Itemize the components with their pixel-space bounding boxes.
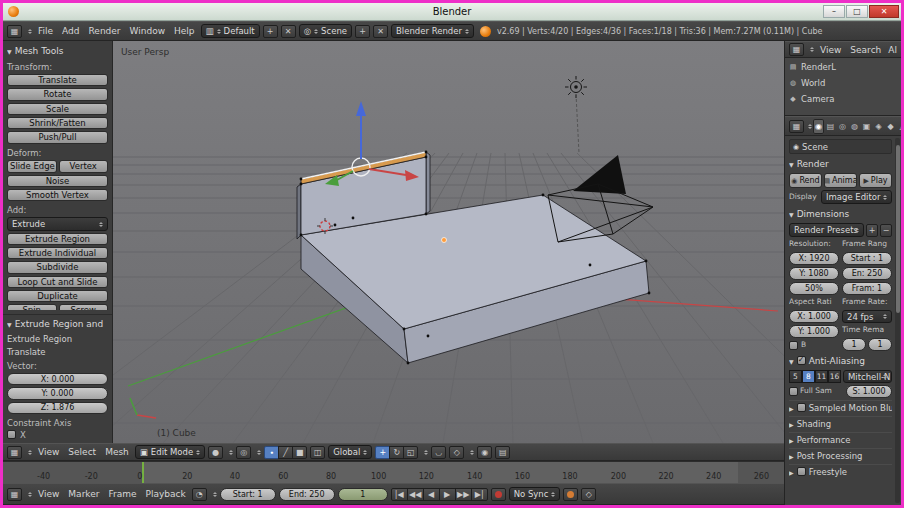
outliner-item-label[interactable]: RenderL [801, 62, 836, 72]
noise-button[interactable]: Noise [7, 175, 108, 187]
vector-y-field[interactable]: Y: 0.000 [7, 387, 108, 399]
expand-icon[interactable] [789, 419, 794, 429]
add-layout-button[interactable]: + [263, 25, 278, 38]
extrude-region-button[interactable]: Extrude Region [7, 233, 108, 245]
menu-window[interactable]: Window [127, 26, 169, 36]
play-icon[interactable]: ▶ [439, 488, 456, 501]
opengl-render-anim-icon[interactable]: ▤ [495, 446, 510, 459]
extrude-menu[interactable]: Extrude [7, 217, 108, 230]
aa-samples-8-button[interactable]: 8 [802, 370, 815, 383]
subdivide-button[interactable]: Subdivide [7, 261, 108, 273]
expand-icon[interactable] [789, 467, 794, 477]
menu-file[interactable]: File [35, 26, 56, 36]
snap-magnet-icon[interactable]: ◡ [431, 446, 446, 459]
panel-performance[interactable]: Performance [789, 432, 892, 446]
editor-type-icon[interactable]: ▦ [7, 25, 22, 38]
display-mode-selector[interactable]: Image Editor [821, 190, 892, 204]
pivot-center-icon[interactable]: ◎ [236, 446, 251, 459]
mode-selector[interactable]: ▣ Edit Mode [135, 445, 205, 459]
editor-type-icon[interactable]: ▦ [789, 43, 804, 56]
editor-type-icon[interactable]: ▦ [789, 120, 804, 133]
screen-layout-selector[interactable]: ▥ Default [201, 24, 260, 38]
menu-view[interactable]: View [817, 45, 844, 55]
tab-constraints[interactable]: ◈ [873, 119, 884, 134]
expand-icon[interactable] [789, 403, 794, 413]
panel-sampled-motion-blur[interactable]: Sampled Motion Blur [789, 400, 892, 414]
close-button[interactable]: ✕ [869, 5, 899, 18]
operator-panel-collapse-icon[interactable] [7, 319, 12, 329]
tool-shelf-panel-title[interactable]: Mesh Tools [15, 46, 64, 56]
menu-search[interactable]: Search [847, 45, 884, 55]
minimize-button[interactable]: – [823, 5, 845, 18]
dimensions-panel-collapse-icon[interactable] [789, 209, 794, 219]
tab-object[interactable]: ▣ [861, 119, 872, 134]
shading-dropdown-icon[interactable] [229, 448, 233, 457]
3d-viewport[interactable]: User Persp (1) Cube [113, 41, 784, 443]
remap-new-field[interactable]: 1 [868, 338, 892, 351]
editor-type-dropdown-icon[interactable] [28, 27, 32, 36]
properties-scrollbar[interactable] [895, 138, 900, 503]
occlude-geometry-icon[interactable]: ◫ [310, 446, 325, 459]
menu-render[interactable]: Render [86, 26, 124, 36]
menu-select[interactable]: Select [65, 447, 99, 457]
antialiasing-panel-collapse-icon[interactable] [789, 356, 794, 366]
tab-world[interactable]: ◍ [849, 119, 860, 134]
motion-blur-checkbox[interactable] [797, 403, 806, 412]
manipulator-axis-dropdown-icon[interactable] [424, 448, 428, 457]
delete-layout-button[interactable]: ✕ [281, 25, 296, 38]
aa-samples-11-button[interactable]: 11 [815, 370, 828, 383]
menu-add[interactable]: Add [59, 26, 82, 36]
viewport-shading-icon[interactable]: ● [208, 446, 223, 459]
frame-start-field[interactable]: Start : 1 [842, 252, 892, 265]
editor-type-icon[interactable]: ▦ [7, 446, 22, 459]
editor-type-dropdown-icon[interactable] [808, 122, 812, 131]
menu-view[interactable]: View [35, 489, 62, 499]
editor-type-dropdown-icon[interactable] [28, 448, 32, 457]
menu-view[interactable]: View [35, 447, 62, 457]
current-frame-line[interactable] [142, 462, 144, 483]
expand-icon[interactable] [789, 451, 794, 461]
push-pull-button[interactable]: Push/Pull [7, 131, 108, 143]
play-rendered-button[interactable]: ▶Play [859, 173, 892, 188]
remap-old-field[interactable]: 1 [842, 338, 866, 351]
tab-scene[interactable]: ◎ [837, 119, 848, 134]
jump-to-start-icon[interactable]: |◀ [391, 488, 408, 501]
freestyle-checkbox[interactable] [797, 467, 806, 476]
outliner-item-world[interactable]: ◍ World [788, 75, 898, 91]
outliner-item-label[interactable]: Camera [801, 94, 834, 104]
outliner-item-renderlayers[interactable]: ▤ RenderL [788, 59, 898, 75]
outliner-item-label[interactable]: World [801, 78, 825, 88]
edge-select-icon[interactable]: ╱ [278, 446, 293, 459]
panel-collapse-icon[interactable] [7, 46, 12, 56]
add-preset-button[interactable]: + [866, 224, 878, 237]
smooth-vertex-button[interactable]: Smooth Vertex [7, 189, 108, 201]
operator-panel-title[interactable]: Extrude Region and [15, 319, 104, 329]
render-engine-selector[interactable]: Blender Render [391, 24, 474, 38]
tab-render-layers[interactable]: ▤ [825, 119, 836, 134]
rotate-manipulator-icon[interactable]: ↻ [389, 446, 404, 459]
scrollbar-thumb[interactable] [896, 145, 900, 313]
frame-end-field[interactable]: En: 250 [842, 267, 892, 280]
tab-render[interactable]: ◉ [813, 119, 824, 134]
border-checkbox[interactable] [789, 341, 798, 350]
dimensions-panel-title[interactable]: Dimensions [797, 209, 850, 219]
scene-value[interactable]: Scene [321, 26, 347, 36]
scale-button[interactable]: Scale [7, 103, 108, 115]
full-sample-checkbox[interactable] [789, 387, 798, 396]
extrude-individual-button[interactable]: Extrude Individual [7, 247, 108, 259]
menu-marker[interactable]: Marker [65, 489, 102, 499]
resolution-x-field[interactable]: X: 1920 [789, 252, 839, 265]
current-frame-field[interactable]: 1 [338, 488, 388, 501]
next-keyframe-icon[interactable]: ▶▶ [455, 488, 472, 501]
rotate-button[interactable]: Rotate [7, 88, 108, 100]
transform-orientation-selector[interactable]: Global [328, 445, 372, 459]
expand-icon[interactable] [789, 435, 794, 445]
display-mode-clipped[interactable]: Al [887, 45, 898, 55]
aa-filter-size-field[interactable]: S: 1.000 [846, 385, 892, 398]
record-icon[interactable] [491, 488, 506, 501]
clock-icon[interactable]: ◔ [192, 488, 207, 501]
jump-to-end-icon[interactable]: ▶| [471, 488, 488, 501]
render-button[interactable]: ◉Rend [789, 173, 822, 188]
play-reverse-icon[interactable]: ◀ [423, 488, 440, 501]
aa-samples-16-button[interactable]: 16 [828, 370, 841, 383]
